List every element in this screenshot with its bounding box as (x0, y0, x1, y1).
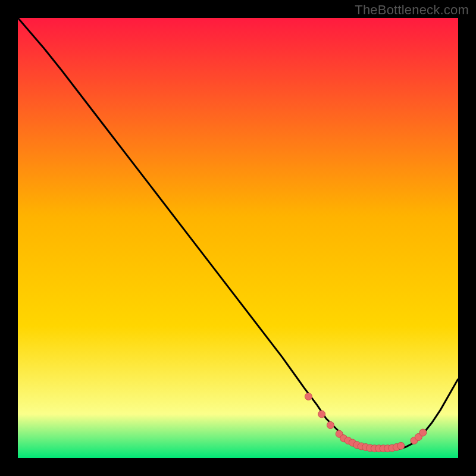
watermark-label: TheBottleneck.com (355, 2, 469, 18)
gradient-background (18, 18, 458, 458)
data-point (305, 393, 312, 400)
data-point (397, 442, 405, 449)
data-point (318, 411, 325, 418)
data-point (419, 429, 427, 436)
plot-svg (18, 18, 458, 458)
chart-container: TheBottleneck.com (0, 0, 476, 476)
data-point (327, 422, 334, 429)
plot-area (18, 18, 458, 458)
